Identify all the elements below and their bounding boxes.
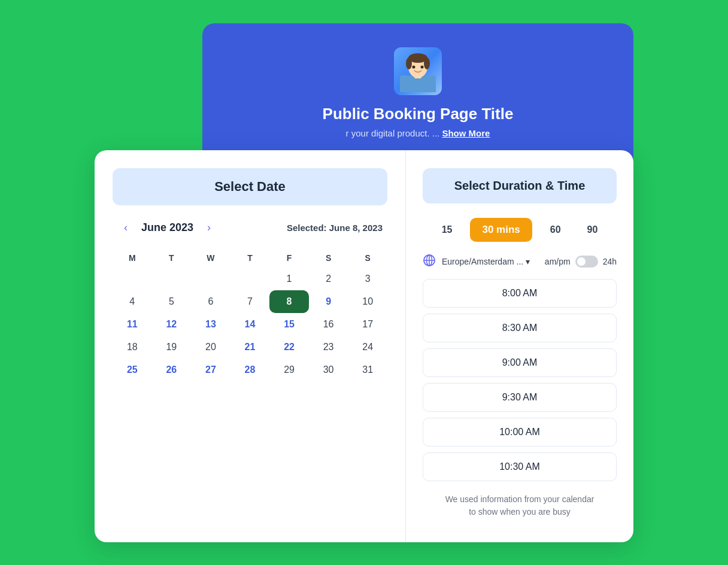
calendar-body: 1234567891011121314151617181920212223242… — [113, 268, 387, 381]
calendar-info: We used information from your calendarto… — [423, 493, 617, 518]
calendar-day-empty — [152, 268, 192, 290]
calendar-day-22[interactable]: 22 — [269, 336, 309, 359]
select-duration-title: Select Duration & Time — [423, 168, 617, 203]
weekday-S1: S — [309, 248, 348, 268]
weekday-F: F — [269, 248, 309, 268]
calendar-day-21[interactable]: 21 — [230, 336, 270, 359]
calendar-day-2[interactable]: 2 — [309, 268, 348, 290]
calendar-day-1[interactable]: 1 — [269, 268, 309, 290]
weekday-W: W — [191, 248, 230, 268]
time-format-toggle-area: am/pm 24h — [545, 256, 617, 268]
time-slot-9-00-am[interactable]: 9:00 AM — [423, 348, 617, 377]
ampm-label: am/pm — [545, 257, 571, 266]
duration-options: 15 30 mins 60 90 — [423, 218, 617, 242]
calendar-day-4[interactable]: 4 — [113, 290, 152, 313]
calendar-day-30[interactable]: 30 — [309, 359, 348, 381]
weekday-S2: S — [348, 248, 387, 268]
timezone-row: Europe/Amsterdam ... ▾ am/pm 24h — [423, 254, 617, 269]
duration-15-button[interactable]: 15 — [433, 220, 461, 240]
calendar-day-11[interactable]: 11 — [113, 313, 152, 336]
svg-point-4 — [406, 57, 412, 69]
calendar-day-26[interactable]: 26 — [152, 359, 192, 381]
outer-container: Public Booking Page Title r your digital… — [95, 23, 633, 542]
calendar-day-5[interactable]: 5 — [152, 290, 192, 313]
calendar-day-27[interactable]: 27 — [191, 359, 230, 381]
calendar-day-24[interactable]: 24 — [348, 336, 387, 359]
weekday-M: M — [113, 248, 152, 268]
calendar-grid: M T W T F S S 12345678910111213141516171… — [113, 248, 387, 381]
calendar-day-13[interactable]: 13 — [191, 313, 230, 336]
time-slot-8-00-am[interactable]: 8:00 AM — [423, 279, 617, 308]
time-slot-9-30-am[interactable]: 9:30 AM — [423, 383, 617, 412]
timezone-chevron: ▾ — [526, 257, 530, 266]
calendar-day-empty — [191, 268, 230, 290]
calendar-week-2: 11121314151617 — [113, 313, 387, 336]
globe-icon — [423, 254, 436, 269]
calendar-week-0: 123 — [113, 268, 387, 290]
calendar-day-7[interactable]: 7 — [230, 290, 270, 313]
calendar-day-10[interactable]: 10 — [348, 290, 387, 313]
calendar-day-18[interactable]: 18 — [113, 336, 152, 359]
calendar-day-29[interactable]: 29 — [269, 359, 309, 381]
time-section: Select Duration & Time 15 30 mins 60 90 — [406, 150, 633, 542]
show-more-link[interactable]: Show More — [442, 128, 490, 138]
avatar — [394, 47, 442, 95]
timezone-selector[interactable]: Europe/Amsterdam ... ▾ — [442, 257, 530, 266]
calendar-day-empty — [230, 268, 270, 290]
calendar-day-25[interactable]: 25 — [113, 359, 152, 381]
timezone-label: Europe/Amsterdam ... — [442, 257, 523, 266]
calendar-day-23[interactable]: 23 — [309, 336, 348, 359]
booking-card: Select Date ‹ June 2023 › Selected: June… — [95, 150, 633, 542]
calendar-day-15[interactable]: 15 — [269, 313, 309, 336]
select-date-title: Select Date — [113, 168, 387, 205]
svg-point-5 — [424, 57, 430, 69]
calendar-nav: ‹ June 2023 › Selected: June 8, 2023 — [113, 220, 387, 236]
avatar-image — [394, 47, 442, 95]
next-month-button[interactable]: › — [201, 220, 217, 236]
calendar-week-4: 25262728293031 — [113, 359, 387, 381]
calendar-day-19[interactable]: 19 — [152, 336, 192, 359]
calendar-day-20[interactable]: 20 — [191, 336, 230, 359]
weekday-headers: M T W T F S S — [113, 248, 387, 268]
page-description: r your digital product. ... Show More — [346, 128, 490, 138]
prev-month-button[interactable]: ‹ — [117, 220, 134, 236]
calendar-day-8[interactable]: 8 — [269, 290, 309, 313]
booking-header: Public Booking Page Title r your digital… — [202, 23, 633, 168]
duration-60-button[interactable]: 60 — [542, 220, 569, 240]
calendar-day-16[interactable]: 16 — [309, 313, 348, 336]
calendar-day-12[interactable]: 12 — [152, 313, 192, 336]
calendar-day-31[interactable]: 31 — [348, 359, 387, 381]
time-format-toggle[interactable] — [575, 256, 598, 268]
selected-date-label: Selected: June 8, 2023 — [287, 223, 383, 233]
duration-90-button[interactable]: 90 — [579, 220, 606, 240]
svg-point-7 — [421, 65, 424, 68]
calendar-week-1: 45678910 — [113, 290, 387, 313]
calendar-day-6[interactable]: 6 — [191, 290, 230, 313]
calendar-day-9[interactable]: 9 — [309, 290, 348, 313]
calendar-day-empty — [113, 268, 152, 290]
calendar-week-3: 18192021222324 — [113, 336, 387, 359]
calendar-day-17[interactable]: 17 — [348, 313, 387, 336]
time-slot-10-00-am[interactable]: 10:00 AM — [423, 418, 617, 446]
time-slot-10-30-am[interactable]: 10:30 AM — [423, 452, 617, 481]
time-slots-list: 8:00 AM8:30 AM9:00 AM9:30 AM10:00 AM10:3… — [423, 279, 617, 481]
weekday-T2: T — [230, 248, 270, 268]
duration-30-button[interactable]: 30 mins — [470, 218, 532, 242]
page-title: Public Booking Page Title — [323, 105, 514, 123]
svg-point-6 — [412, 65, 415, 68]
month-navigation: ‹ June 2023 › — [117, 220, 217, 236]
calendar-day-14[interactable]: 14 — [230, 313, 270, 336]
weekday-T1: T — [152, 248, 192, 268]
calendar-section: Select Date ‹ June 2023 › Selected: June… — [95, 150, 406, 542]
month-label: June 2023 — [141, 221, 193, 234]
h24-label: 24h — [603, 257, 617, 266]
calendar-day-3[interactable]: 3 — [348, 268, 387, 290]
time-slot-8-30-am[interactable]: 8:30 AM — [423, 314, 617, 342]
calendar-day-28[interactable]: 28 — [230, 359, 270, 381]
selected-date-value: June 8, 2023 — [329, 223, 383, 233]
